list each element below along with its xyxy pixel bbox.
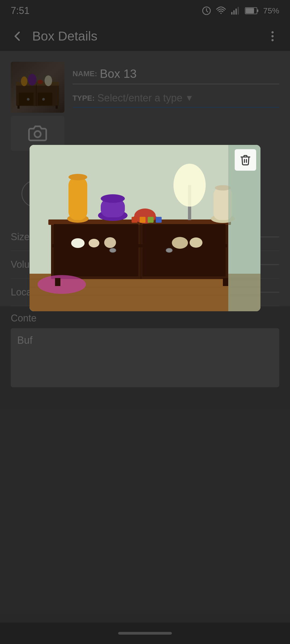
delete-photo-button[interactable] — [235, 149, 256, 171]
svg-rect-45 — [68, 177, 87, 220]
svg-rect-62 — [55, 278, 60, 286]
svg-point-37 — [110, 248, 116, 253]
photo-modal — [30, 145, 260, 311]
svg-rect-60 — [156, 217, 162, 223]
svg-rect-57 — [132, 217, 137, 223]
photo-modal-image — [30, 145, 260, 311]
svg-rect-63 — [223, 278, 228, 286]
svg-point-49 — [101, 194, 125, 203]
svg-point-46 — [68, 174, 87, 180]
svg-point-40 — [89, 239, 99, 247]
svg-point-61 — [38, 275, 86, 294]
svg-rect-35 — [54, 224, 138, 276]
trash-icon — [240, 154, 251, 166]
buffet-photo-svg — [30, 145, 260, 311]
svg-point-43 — [190, 237, 202, 248]
svg-point-38 — [166, 248, 172, 253]
svg-point-53 — [173, 164, 206, 207]
svg-point-42 — [172, 237, 188, 249]
modal-header — [235, 149, 256, 171]
svg-rect-58 — [140, 217, 146, 223]
svg-rect-36 — [142, 224, 226, 276]
photo-overlay[interactable] — [0, 0, 290, 644]
svg-rect-59 — [148, 217, 154, 223]
svg-point-39 — [71, 238, 85, 248]
svg-point-41 — [104, 237, 116, 248]
